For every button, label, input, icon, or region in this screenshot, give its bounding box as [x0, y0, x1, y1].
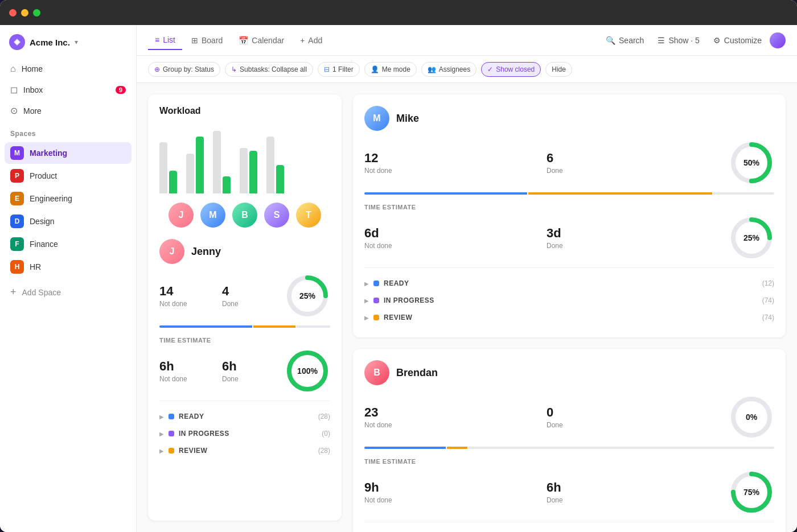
mike-status-review[interactable]: ▶ REVIEW (74)	[364, 309, 774, 326]
tab-label: Board	[202, 36, 223, 45]
add-space-button[interactable]: + Add Space	[5, 282, 132, 302]
logo-icon	[9, 34, 25, 50]
sidebar-item-engineering[interactable]: E Engineering	[5, 188, 132, 209]
jenny-review-label: REVIEW	[179, 447, 314, 455]
svg-point-1	[15, 40, 19, 44]
brendan-done-label: Done	[547, 421, 729, 429]
assignees-icon: 👥	[428, 65, 436, 73]
sidebar-item-finance[interactable]: F Finance	[5, 233, 132, 255]
chevron-right-icon: ▶	[364, 281, 369, 287]
brendan-done: 0	[547, 405, 729, 420]
minimize-button[interactable]	[21, 9, 28, 17]
mike-time-ring: 25%	[729, 215, 774, 261]
brendan-status-ready[interactable]: ▶ READY (12)	[364, 529, 774, 532]
bar-gray-4	[240, 148, 248, 193]
close-button[interactable]	[9, 9, 17, 17]
workload-title: Workload	[159, 106, 330, 116]
filter-me-mode[interactable]: 👤 Me mode	[364, 62, 417, 77]
jenny-status-review[interactable]: ▶ REVIEW (28)	[159, 442, 330, 459]
design-icon: D	[10, 215, 24, 228]
subtask-icon: ↳	[231, 65, 237, 73]
mike-progress-label: 50%	[743, 158, 759, 167]
jenny-progress-bar	[159, 325, 330, 328]
content-area: Workload	[137, 83, 797, 532]
filter-label: Group by: Status	[163, 65, 214, 73]
brendan-progress-ring: 0%	[729, 394, 774, 440]
space-label: Engineering	[30, 194, 72, 203]
space-label: Marketing	[30, 149, 67, 158]
jenny-time-not-done-label: Not done	[159, 375, 222, 383]
jenny-not-done-label: Not done	[159, 300, 222, 308]
check-icon: ✓	[487, 65, 493, 73]
mike-time-label: TIME ESTIMATE	[364, 204, 774, 211]
jenny-avatar: J	[159, 239, 184, 264]
jenny-inprogress-count: (0)	[322, 430, 330, 438]
show-button[interactable]: ☰ Show · 5	[652, 32, 705, 48]
tab-list[interactable]: ≡ List	[148, 31, 182, 50]
jenny-time-ring: 100%	[285, 348, 330, 394]
tab-add[interactable]: + Add	[293, 31, 329, 50]
filter-subtasks[interactable]: ↳ Subtasks: Collapse all	[225, 62, 313, 77]
filter-assignees[interactable]: 👥 Assignees	[421, 62, 476, 77]
mike-inprogress-label: IN PROGRESS	[384, 296, 758, 304]
filter-hide[interactable]: Hide	[545, 62, 572, 77]
mike-ready-label: READY	[384, 279, 758, 287]
brendan-not-done-label: Not done	[364, 421, 547, 429]
jenny-progress-ring: 25%	[285, 273, 330, 319]
jenny-time-done-label: Done	[222, 375, 285, 383]
mike-status-ready[interactable]: ▶ READY (12)	[364, 275, 774, 292]
bar-green-2	[196, 137, 204, 193]
tab-label: Add	[308, 36, 322, 45]
user-avatar[interactable]	[770, 32, 786, 48]
sidebar-item-hr[interactable]: H HR	[5, 256, 132, 278]
company-name: Acme Inc.	[30, 38, 70, 47]
jenny-status-ready[interactable]: ▶ READY (28)	[159, 408, 330, 425]
status-dot	[373, 298, 379, 303]
filter-label: 1 Filter	[332, 65, 354, 73]
maximize-button[interactable]	[33, 9, 40, 17]
mike-review-count: (74)	[762, 314, 774, 321]
filter-group-by-status[interactable]: ⊕ Group by: Status	[148, 62, 220, 77]
bar-gray-2	[186, 154, 194, 193]
logo-button[interactable]: Acme Inc. ▾	[0, 34, 136, 59]
spaces-list: M Marketing P Product E Engineering D De…	[0, 142, 136, 278]
sidebar-item-more[interactable]: ⊙ More	[5, 101, 132, 121]
sidebar-item-product[interactable]: P Product	[5, 165, 132, 187]
mike-status-inprogress[interactable]: ▶ IN PROGRESS (74)	[364, 292, 774, 309]
add-icon: +	[10, 286, 17, 298]
filter-filter[interactable]: ⊟ 1 Filter	[318, 62, 360, 77]
show-icon: ☰	[658, 36, 665, 45]
mike-ready-count: (12)	[762, 279, 774, 287]
pb-gray	[713, 192, 774, 195]
chevron-right-icon: ▶	[364, 298, 369, 304]
avatar-1: J	[169, 203, 194, 228]
app-window: Acme Inc. ▾ ⌂ Home ◻ Inbox 9 ⊙ More Spa	[0, 0, 797, 532]
mike-progress-bar	[364, 192, 774, 195]
customize-button[interactable]: ⚙ Customize	[708, 32, 767, 48]
mike-not-done-label: Not done	[364, 167, 547, 175]
inbox-icon: ◻	[10, 84, 18, 95]
brendan-progress-label: 0%	[746, 413, 757, 422]
mike-card: M Mike 12 Not done 6 Done	[353, 94, 786, 337]
group-icon: ⊕	[154, 65, 160, 73]
customize-label: Customize	[724, 36, 762, 45]
sidebar-item-home[interactable]: ⌂ Home	[5, 59, 132, 79]
pb-blue	[364, 447, 446, 449]
tab-board[interactable]: ⊞ Board	[184, 31, 229, 50]
product-icon: P	[10, 169, 24, 183]
jenny-review-count: (28)	[318, 447, 330, 455]
mike-review-label: REVIEW	[384, 314, 758, 321]
sidebar-item-label: Home	[22, 64, 43, 73]
jenny-status-inprogress[interactable]: ▶ IN PROGRESS (0)	[159, 425, 330, 442]
bar-gray-5	[266, 137, 274, 193]
sidebar-item-design[interactable]: D Design	[5, 211, 132, 232]
avatar-2: M	[200, 203, 225, 228]
brendan-not-done: 23	[364, 405, 547, 420]
filter-show-closed[interactable]: ✓ Show closed	[481, 62, 541, 77]
sidebar-item-inbox[interactable]: ◻ Inbox 9	[5, 80, 132, 100]
search-button[interactable]: 🔍 Search	[600, 32, 650, 48]
sidebar-item-marketing[interactable]: M Marketing	[5, 142, 132, 164]
jenny-time-done: 6h	[222, 359, 285, 374]
tab-calendar[interactable]: 📅 Calendar	[232, 31, 291, 50]
mike-time-done-label: Done	[547, 242, 729, 250]
